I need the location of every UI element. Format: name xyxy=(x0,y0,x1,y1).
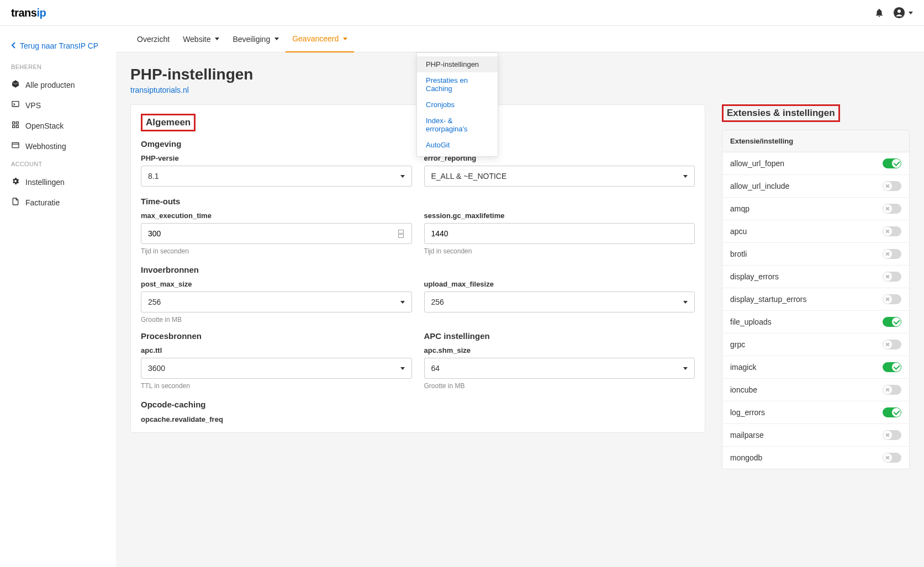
extension-toggle[interactable] xyxy=(883,385,901,395)
extension-toggle[interactable] xyxy=(883,317,901,327)
select-error-reporting[interactable]: E_ALL & ~E_NOTICE xyxy=(424,166,695,187)
extension-toggle[interactable] xyxy=(883,272,901,282)
x-icon xyxy=(883,385,892,394)
extension-toggle[interactable] xyxy=(883,362,901,372)
extension-toggle[interactable] xyxy=(883,226,901,236)
number-stepper-icon[interactable] xyxy=(397,230,405,238)
tab-geavanceerd[interactable]: Geavanceerd xyxy=(286,26,354,52)
chevron-down-icon xyxy=(683,301,688,304)
sidebar-item-label: VPS xyxy=(25,101,41,110)
select-apc-shm-size[interactable]: 64 xyxy=(424,358,695,379)
dropdown-item-cronjobs[interactable]: Cronjobs xyxy=(417,97,498,113)
select-post-max-size[interactable]: 256 xyxy=(141,292,412,312)
extension-name: amqp xyxy=(730,204,749,213)
extension-toggle[interactable] xyxy=(883,430,901,440)
dropdown-item-index-error[interactable]: Index- & errorpagina's xyxy=(417,113,498,137)
main-area: Overzicht Website Beveiliging Geavanceer… xyxy=(116,26,924,567)
tab-website[interactable]: Website xyxy=(176,26,226,52)
extension-row: brotli xyxy=(722,243,909,266)
extension-name: display_errors xyxy=(730,272,779,281)
user-menu[interactable] xyxy=(893,7,913,19)
tab-beveiliging[interactable]: Beveiliging xyxy=(226,26,286,52)
select-value: 64 xyxy=(431,364,440,373)
chevron-down-icon xyxy=(909,12,913,14)
extension-name: allow_url_include xyxy=(730,182,789,190)
help-max-execution-time: Tijd in seconden xyxy=(141,247,412,255)
select-value: 8.1 xyxy=(148,172,159,181)
svg-rect-4 xyxy=(16,122,18,124)
select-apc-ttl[interactable]: 3600 xyxy=(141,358,412,379)
select-php-versie[interactable]: 8.1 xyxy=(141,166,412,187)
dropdown-item-php-instellingen[interactable]: PHP-instellingen xyxy=(417,56,498,72)
help-apc-ttl: TTL in seconden xyxy=(141,382,412,390)
right-column: Extensies & instellingen Extensie/instel… xyxy=(722,104,910,469)
x-icon xyxy=(883,295,892,304)
input-session-gc[interactable] xyxy=(424,223,695,244)
x-icon xyxy=(883,431,892,439)
extension-toggle[interactable] xyxy=(883,204,901,214)
back-link[interactable]: Terug naar TransIP CP xyxy=(0,37,115,59)
extension-toggle[interactable] xyxy=(883,249,901,259)
dropdown-item-prestaties[interactable]: Prestaties en Caching xyxy=(417,72,498,97)
x-icon xyxy=(883,182,892,190)
extension-row: allow_url_include xyxy=(722,175,909,198)
x-icon xyxy=(883,227,892,236)
tab-nav: Overzicht Website Beveiliging Geavanceer… xyxy=(116,26,924,52)
tab-label: Beveiliging xyxy=(233,35,270,44)
extension-toggle[interactable] xyxy=(883,294,901,304)
extension-name: apcu xyxy=(730,227,747,236)
input-max-execution-time-field[interactable] xyxy=(148,224,397,243)
input-session-gc-field[interactable] xyxy=(431,224,688,243)
sidebar-item-webhosting[interactable]: Webhosting xyxy=(0,136,115,156)
geavanceerd-dropdown: PHP-instellingen Prestaties en Caching C… xyxy=(416,52,498,157)
extension-row: file_uploads xyxy=(722,311,909,333)
extension-toggle[interactable] xyxy=(883,453,901,463)
extension-row: amqp xyxy=(722,198,909,220)
check-icon xyxy=(892,317,901,326)
chevron-down-icon xyxy=(400,301,405,304)
bell-icon[interactable] xyxy=(874,8,884,18)
label-apc-ttl: apc.ttl xyxy=(141,346,412,354)
tab-overzicht[interactable]: Overzicht xyxy=(130,26,176,52)
sidebar-item-instellingen[interactable]: Instellingen xyxy=(0,172,115,192)
chevron-down-icon xyxy=(215,38,219,40)
sidebar-heading-beheren: BEHEREN xyxy=(0,59,115,75)
top-header: transip xyxy=(0,0,924,26)
sidebar-item-label: Alle producten xyxy=(25,81,75,89)
extension-row: allow_url_fopen xyxy=(722,152,909,175)
svg-rect-5 xyxy=(13,125,15,128)
select-value: E_ALL & ~E_NOTICE xyxy=(431,172,507,181)
subsection-procesbronnen: Procesbronnen xyxy=(141,331,412,341)
dropdown-item-autogit[interactable]: AutoGit xyxy=(417,137,498,153)
sidebar-item-label: Instellingen xyxy=(25,178,65,187)
chevron-down-icon xyxy=(274,38,279,40)
extension-toggle[interactable] xyxy=(883,181,901,191)
extension-row: apcu xyxy=(722,220,909,243)
page-subtitle-link[interactable]: transiptutorials.nl xyxy=(130,86,189,94)
extension-toggle[interactable] xyxy=(883,340,901,349)
subsection-opcode: Opcode-caching xyxy=(141,400,695,409)
sidebar-item-facturatie[interactable]: Facturatie xyxy=(0,192,115,213)
select-upload-max-filesize[interactable]: 256 xyxy=(424,292,695,312)
extension-name: brotli xyxy=(730,250,747,258)
extension-toggle[interactable] xyxy=(883,158,901,168)
top-right-controls xyxy=(874,7,913,19)
sidebar-item-openstack[interactable]: OpenStack xyxy=(0,115,115,136)
extension-row: mongodb xyxy=(722,447,909,469)
label-session-gc: session.gc_maxlifetime xyxy=(424,211,695,220)
check-icon xyxy=(892,363,901,372)
page-title: PHP-instellingen xyxy=(130,66,910,83)
svg-rect-3 xyxy=(13,122,15,124)
extension-name: allow_url_fopen xyxy=(730,159,784,168)
input-max-execution-time[interactable] xyxy=(141,223,412,244)
label-opcache-revalidate: opcache.revalidate_freq xyxy=(141,415,223,423)
logo[interactable]: transip xyxy=(11,7,46,19)
extension-toggle[interactable] xyxy=(883,407,901,417)
extension-name: mailparse xyxy=(730,431,764,439)
sidebar-item-alle-producten[interactable]: Alle producten xyxy=(0,75,115,95)
back-link-label: Terug naar TransIP CP xyxy=(20,41,98,50)
extension-row: log_errors xyxy=(722,401,909,424)
tab-label: Overzicht xyxy=(137,35,170,44)
sidebar-item-vps[interactable]: VPS xyxy=(0,95,115,115)
content-row: Algemeen Omgeving PHP-versie 8.1 erro xyxy=(116,104,924,484)
